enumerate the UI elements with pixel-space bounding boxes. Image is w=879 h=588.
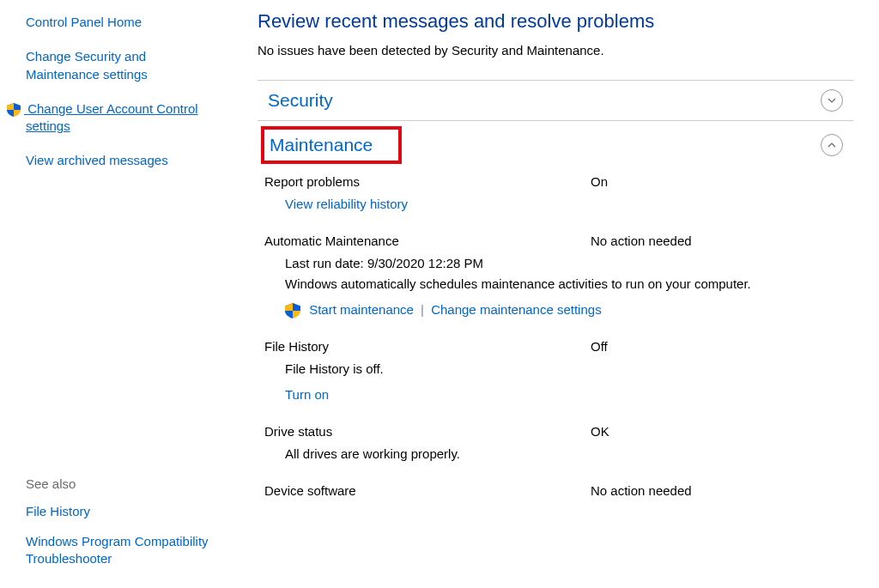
device-software-value: No action needed	[591, 483, 853, 498]
drive-status-desc: All drives are working properly.	[285, 444, 853, 464]
chevron-up-icon	[821, 134, 843, 156]
maintenance-title: Maintenance	[270, 135, 373, 155]
security-section: Security	[258, 80, 853, 121]
file-history-value: Off	[591, 339, 853, 354]
status-text: No issues have been detected by Security…	[258, 43, 853, 58]
start-maintenance-link[interactable]: Start maintenance	[309, 302, 414, 317]
report-problems-label: Report problems	[264, 174, 591, 189]
report-problems-item: Report problems On View reliability hist…	[258, 169, 853, 220]
maintenance-header[interactable]: Maintenance	[258, 121, 853, 169]
shield-icon	[7, 103, 21, 117]
file-history-desc: File History is off.	[285, 359, 853, 379]
security-header[interactable]: Security	[258, 81, 853, 121]
report-problems-value: On	[591, 174, 853, 189]
shield-icon	[285, 303, 300, 318]
see-also-file-history[interactable]: File History	[26, 503, 219, 520]
maintenance-highlight: Maintenance	[261, 126, 402, 164]
device-software-item: Device software No action needed	[258, 478, 853, 503]
sidebar-control-panel-home[interactable]: Control Panel Home	[26, 14, 219, 31]
change-maintenance-settings-link[interactable]: Change maintenance settings	[431, 302, 601, 317]
drive-status-label: Drive status	[264, 424, 591, 439]
file-history-turn-on-link[interactable]: Turn on	[285, 387, 329, 402]
see-also-heading: See also	[26, 476, 219, 491]
automatic-maintenance-item: Automatic Maintenance No action needed L…	[258, 228, 853, 325]
drive-status-value: OK	[591, 424, 853, 439]
auto-maint-label: Automatic Maintenance	[264, 233, 591, 248]
security-title: Security	[268, 90, 333, 111]
sidebar-change-security-settings[interactable]: Change Security and Maintenance settings	[26, 48, 219, 83]
maintenance-section: Maintenance Report problems On View reli…	[258, 121, 853, 503]
separator: |	[421, 302, 424, 317]
sidebar-link-label: Change User Account Control settings	[26, 101, 198, 133]
chevron-down-icon	[821, 89, 843, 112]
view-reliability-history-link[interactable]: View reliability history	[285, 197, 408, 211]
see-also-compat-troubleshooter[interactable]: Windows Program Compatibility Troublesho…	[26, 533, 219, 568]
sidebar-view-archived-messages[interactable]: View archived messages	[26, 152, 219, 169]
file-history-label: File History	[264, 339, 591, 354]
page-title: Review recent messages and resolve probl…	[258, 10, 853, 33]
see-also-section: See also File History Windows Program Co…	[26, 476, 219, 579]
file-history-item: File History Off File History is off. Tu…	[258, 334, 853, 410]
sidebar: Control Panel Home Change Security and M…	[0, 0, 245, 588]
device-software-label: Device software	[264, 483, 591, 498]
drive-status-item: Drive status OK All drives are working p…	[258, 419, 853, 470]
sidebar-change-uac-settings[interactable]: Change User Account Control settings	[26, 100, 219, 136]
main-content: Review recent messages and resolve probl…	[245, 0, 879, 588]
auto-maint-value: No action needed	[591, 233, 853, 248]
auto-maint-last-run: Last run date: 9/30/2020 12:28 PM	[285, 253, 853, 274]
auto-maint-desc: Windows automatically schedules maintena…	[285, 274, 853, 294]
